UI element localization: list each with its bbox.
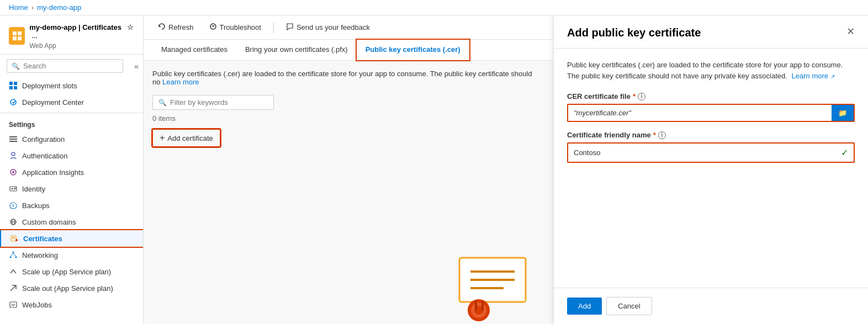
sidebar-item-label: Application Insights [22, 168, 84, 177]
svg-rect-11 [9, 141, 17, 142]
cer-file-group: CER certificate file * i 📁 [567, 92, 855, 122]
search-box[interactable]: 🔍 [7, 59, 123, 73]
sidebar-item-label: Scale up (App Service plan) [22, 268, 111, 276]
sidebar-item-label: Networking [22, 251, 58, 259]
sidebar-item-authentication[interactable]: Authentication [0, 147, 143, 164]
sidebar-item-scale-out[interactable]: Scale out (App Service plan) [0, 280, 143, 296]
breadcrumb: Home › my-demo-app [0, 0, 868, 15]
sidebar-header: my-demo-app | Certificates ☆ ··· Web App [0, 15, 143, 55]
folder-icon: 📁 [838, 109, 847, 117]
custom-domains-icon [9, 217, 18, 226]
svg-point-25 [15, 239, 18, 241]
search-icon: 🔍 [12, 62, 20, 70]
right-panel: Add public key certificate ✕ Public key … [553, 15, 868, 324]
tab-cer[interactable]: Public key certificates (.cer) [357, 40, 469, 60]
sidebar-item-certificates[interactable]: Certificates [0, 230, 143, 247]
svg-rect-7 [14, 86, 17, 89]
sidebar-item-label: Custom domains [22, 218, 76, 226]
search-input[interactable] [23, 62, 118, 70]
sidebar-item-webjobs[interactable]: WebJobs [0, 296, 143, 313]
webjobs-icon [9, 300, 18, 309]
svg-rect-6 [9, 86, 13, 89]
svg-rect-17 [14, 188, 16, 189]
breadcrumb-separator: › [31, 3, 34, 12]
svg-rect-3 [18, 36, 22, 40]
sidebar-item-configuration[interactable]: Configuration [0, 131, 143, 147]
authentication-icon [9, 151, 18, 160]
networking-icon [9, 251, 18, 259]
sidebar-item-label: Configuration [22, 135, 65, 144]
sidebar-item-backups[interactable]: Backups [0, 197, 143, 214]
svg-point-28 [15, 257, 17, 258]
sidebar-item-label: Scale out (App Service plan) [22, 284, 113, 293]
sidebar-item-custom-domains[interactable]: Custom domains [0, 214, 143, 230]
file-browse-button[interactable]: 📁 [832, 105, 854, 121]
svg-rect-10 [9, 139, 17, 140]
svg-point-14 [12, 171, 14, 173]
main-content: Refresh Troubleshoot Send us your feedba… [144, 15, 553, 324]
sidebar-item-identity[interactable]: Identity [0, 180, 143, 197]
configuration-icon [9, 135, 18, 144]
info-icon-name[interactable]: i [658, 131, 666, 139]
cer-file-input[interactable] [568, 105, 832, 121]
required-star: * [633, 92, 636, 100]
add-button[interactable]: Add [567, 298, 602, 315]
refresh-icon [158, 23, 166, 32]
svg-rect-41 [475, 301, 477, 311]
sidebar-item-label: Identity [22, 185, 45, 193]
tab-managed[interactable]: Managed certificates [152, 40, 236, 60]
friendly-name-input[interactable] [568, 145, 835, 161]
application-insights-icon [9, 168, 18, 177]
breadcrumb-app[interactable]: my-demo-app [37, 3, 81, 12]
settings-section-label: Settings [0, 115, 143, 131]
app-icon [9, 27, 25, 45]
breadcrumb-home[interactable]: Home [9, 3, 28, 12]
filter-input[interactable] [170, 98, 268, 107]
info-icon-cer[interactable]: i [638, 93, 645, 100]
svg-rect-9 [9, 136, 17, 137]
more-icon[interactable]: ··· [31, 33, 38, 41]
sidebar: my-demo-app | Certificates ☆ ··· Web App… [0, 15, 144, 324]
deployment-slots-icon [9, 81, 18, 90]
sidebar-item-label: Deployment slots [22, 82, 77, 90]
troubleshoot-button[interactable]: Troubleshoot [204, 20, 267, 35]
tab-pfx[interactable]: Bring your own certificates (.pfx) [236, 40, 357, 60]
sidebar-item-deployment-center[interactable]: Deployment Center [0, 94, 143, 110]
svg-point-27 [10, 257, 12, 258]
info-text: Public key certificates (.cer) are loade… [152, 70, 539, 86]
sidebar-item-label: Certificates [23, 235, 62, 243]
sidebar-item-label: WebJobs [22, 301, 52, 309]
tabs-bar: Managed certificates Bring your own cert… [144, 40, 553, 61]
panel-body: Public key certificates (.cer) are loade… [554, 49, 868, 288]
favorite-icon[interactable]: ☆ [127, 23, 134, 31]
deployment-center-icon [9, 98, 18, 107]
certificates-icon [10, 234, 19, 243]
panel-footer: Add Cancel [554, 288, 868, 324]
svg-rect-1 [18, 31, 22, 35]
sidebar-item-application-insights[interactable]: Application Insights [0, 164, 143, 180]
cert-illustration [448, 252, 537, 324]
scale-out-icon [9, 284, 18, 293]
close-panel-button[interactable]: ✕ [846, 26, 855, 36]
identity-icon [9, 184, 18, 193]
content-area: Public key certificates (.cer) are loade… [144, 61, 553, 324]
add-certificate-button[interactable]: + Add certificate [152, 129, 220, 147]
refresh-button[interactable]: Refresh [152, 20, 199, 35]
collapse-icon[interactable]: « [130, 62, 143, 71]
svg-rect-15 [10, 187, 17, 191]
svg-rect-0 [13, 31, 17, 35]
feedback-button[interactable]: Send us your feedback [280, 20, 375, 35]
sidebar-item-networking[interactable]: Networking [0, 247, 143, 263]
svg-point-16 [12, 188, 13, 190]
panel-learn-more-link[interactable]: Learn more ↗ [792, 72, 835, 80]
filter-box[interactable]: 🔍 [152, 95, 274, 110]
learn-more-link[interactable]: Learn more [162, 78, 199, 86]
sidebar-app-subtitle: Web App [29, 42, 134, 50]
svg-point-26 [13, 252, 14, 253]
sidebar-item-scale-up[interactable]: Scale up (App Service plan) [0, 263, 143, 280]
svg-rect-32 [10, 302, 17, 307]
panel-header: Add public key certificate ✕ [554, 15, 868, 49]
cancel-button[interactable]: Cancel [606, 297, 652, 315]
sidebar-item-deployment-slots[interactable]: Deployment slots [0, 77, 143, 94]
scale-up-icon [9, 267, 18, 276]
